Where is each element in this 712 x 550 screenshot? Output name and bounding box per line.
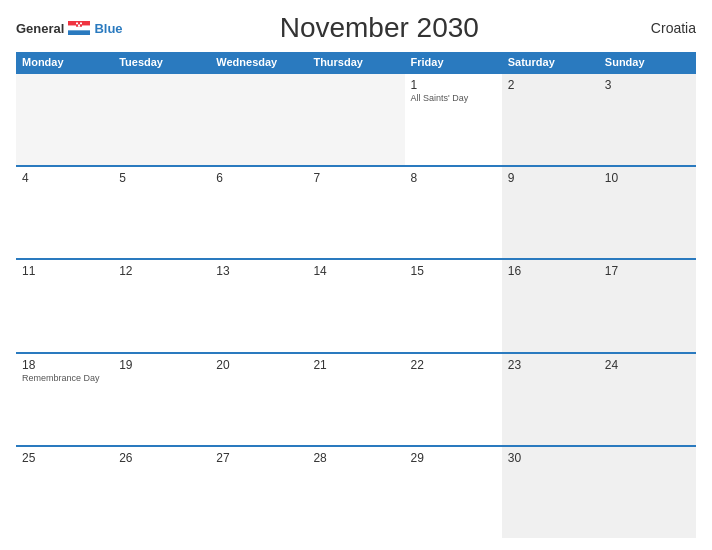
day-cell-4-1: 18Remembrance Day — [16, 354, 113, 445]
day-number: 21 — [313, 358, 398, 372]
svg-rect-9 — [80, 25, 82, 27]
day-number: 12 — [119, 264, 204, 278]
day-number: 23 — [508, 358, 593, 372]
day-header-thursday: Thursday — [307, 52, 404, 72]
logo-blue-text: Blue — [94, 21, 122, 36]
day-cell-5-2: 26 — [113, 447, 210, 538]
day-number: 28 — [313, 451, 398, 465]
day-cell-3-4: 14 — [307, 260, 404, 351]
day-number: 20 — [216, 358, 301, 372]
day-cell-3-1: 11 — [16, 260, 113, 351]
day-number: 7 — [313, 171, 398, 185]
day-cell-4-5: 22 — [405, 354, 502, 445]
day-number: 29 — [411, 451, 496, 465]
week-row-4: 18Remembrance Day192021222324 — [16, 352, 696, 445]
header: General Blue November 2030 Croatia — [16, 12, 696, 44]
svg-rect-7 — [76, 25, 78, 27]
day-number: 10 — [605, 171, 690, 185]
day-cell-4-4: 21 — [307, 354, 404, 445]
logo: General Blue — [16, 21, 123, 36]
day-number: 5 — [119, 171, 204, 185]
day-cell-3-3: 13 — [210, 260, 307, 351]
day-cell-4-3: 20 — [210, 354, 307, 445]
day-cell-4-2: 19 — [113, 354, 210, 445]
day-cell-3-7: 17 — [599, 260, 696, 351]
holiday-name: Remembrance Day — [22, 373, 107, 383]
day-cell-5-6: 30 — [502, 447, 599, 538]
day-number: 11 — [22, 264, 107, 278]
week-row-1: 1All Saints' Day23 — [16, 72, 696, 165]
day-number: 22 — [411, 358, 496, 372]
day-cell-5-7 — [599, 447, 696, 538]
day-cell-2-4: 7 — [307, 167, 404, 258]
day-number: 14 — [313, 264, 398, 278]
day-headers: Monday Tuesday Wednesday Thursday Friday… — [16, 52, 696, 72]
day-cell-1-4 — [307, 74, 404, 165]
day-number: 1 — [411, 78, 496, 92]
day-header-monday: Monday — [16, 52, 113, 72]
day-cell-2-6: 9 — [502, 167, 599, 258]
day-number: 30 — [508, 451, 593, 465]
day-cell-1-7: 3 — [599, 74, 696, 165]
day-number: 24 — [605, 358, 690, 372]
day-cell-2-5: 8 — [405, 167, 502, 258]
day-cell-2-7: 10 — [599, 167, 696, 258]
day-cell-3-2: 12 — [113, 260, 210, 351]
day-cell-2-3: 6 — [210, 167, 307, 258]
day-number: 25 — [22, 451, 107, 465]
day-header-tuesday: Tuesday — [113, 52, 210, 72]
country-label: Croatia — [636, 20, 696, 36]
week-row-2: 45678910 — [16, 165, 696, 258]
day-number: 2 — [508, 78, 593, 92]
week-row-3: 11121314151617 — [16, 258, 696, 351]
day-cell-1-3 — [210, 74, 307, 165]
day-cell-1-5: 1All Saints' Day — [405, 74, 502, 165]
day-cell-5-4: 28 — [307, 447, 404, 538]
day-cell-2-1: 4 — [16, 167, 113, 258]
day-header-wednesday: Wednesday — [210, 52, 307, 72]
day-cell-4-7: 24 — [599, 354, 696, 445]
svg-rect-6 — [80, 23, 82, 25]
logo-flag-icon — [68, 21, 90, 35]
day-number: 19 — [119, 358, 204, 372]
day-cell-5-3: 27 — [210, 447, 307, 538]
day-header-saturday: Saturday — [502, 52, 599, 72]
day-number: 13 — [216, 264, 301, 278]
day-cell-5-1: 25 — [16, 447, 113, 538]
svg-rect-2 — [68, 30, 90, 35]
week-row-5: 252627282930 — [16, 445, 696, 538]
day-number: 4 — [22, 171, 107, 185]
day-number: 15 — [411, 264, 496, 278]
day-cell-1-2 — [113, 74, 210, 165]
page-title: November 2030 — [123, 12, 636, 44]
svg-rect-4 — [76, 23, 78, 25]
day-cell-3-5: 15 — [405, 260, 502, 351]
day-cell-3-6: 16 — [502, 260, 599, 351]
day-number: 26 — [119, 451, 204, 465]
day-number: 3 — [605, 78, 690, 92]
day-number: 9 — [508, 171, 593, 185]
day-number: 6 — [216, 171, 301, 185]
holiday-name: All Saints' Day — [411, 93, 496, 103]
day-header-friday: Friday — [405, 52, 502, 72]
logo-general-text: General — [16, 21, 64, 36]
calendar: Monday Tuesday Wednesday Thursday Friday… — [16, 52, 696, 538]
day-cell-4-6: 23 — [502, 354, 599, 445]
day-cell-2-2: 5 — [113, 167, 210, 258]
svg-rect-5 — [78, 23, 80, 25]
day-number: 8 — [411, 171, 496, 185]
day-cell-1-1 — [16, 74, 113, 165]
day-number: 27 — [216, 451, 301, 465]
day-header-sunday: Sunday — [599, 52, 696, 72]
day-cell-5-5: 29 — [405, 447, 502, 538]
svg-rect-8 — [78, 25, 80, 27]
day-number: 18 — [22, 358, 107, 372]
page: General Blue November 2030 Croatia Monda… — [0, 0, 712, 550]
day-number: 17 — [605, 264, 690, 278]
day-number: 16 — [508, 264, 593, 278]
weeks: 1All Saints' Day234567891011121314151617… — [16, 72, 696, 538]
day-cell-1-6: 2 — [502, 74, 599, 165]
